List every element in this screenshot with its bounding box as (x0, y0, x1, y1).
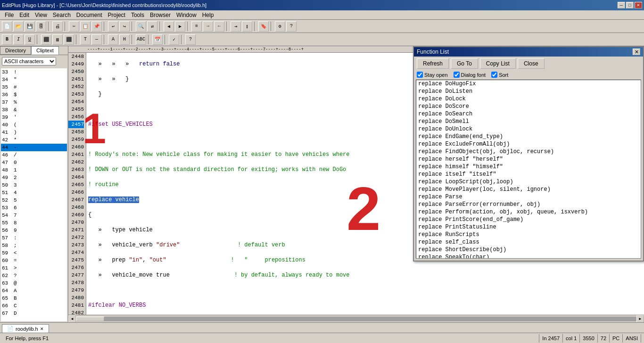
replace-button[interactable]: ⇄ (147, 21, 157, 32)
scroll-thumb[interactable] (76, 317, 104, 321)
save-all-button[interactable]: 🗄 (36, 21, 46, 32)
tb5[interactable]: A (108, 34, 118, 45)
ascii-select[interactable]: ASCII characters (2, 57, 56, 65)
toolbar-1: 📄 📂 💾 🗄 🖨 ✂ 📋 📌 ↩ ↪ 🔍 ⇄ ◀ ▶ ≡ → ← ⇥ ⫿ 🔖 … (0, 20, 644, 33)
scroll-track[interactable] (76, 317, 636, 321)
list-item[interactable]: replace FindObject(obj, objloc, recurse) (416, 148, 641, 155)
sort-checkbox[interactable] (491, 72, 497, 78)
help-tb-button[interactable]: ? (286, 21, 297, 32)
menu-window[interactable]: Window (173, 11, 199, 19)
indent-button[interactable]: → (203, 21, 213, 32)
stay-open-option[interactable]: Stay open (417, 72, 448, 78)
align-left-button[interactable]: ⬛ (41, 34, 51, 45)
menu-browser[interactable]: Browser (147, 11, 173, 19)
menu-view[interactable]: View (32, 11, 50, 19)
menu-file[interactable]: File (2, 11, 17, 19)
find-button[interactable]: 🔍 (136, 21, 146, 32)
copy-list-button[interactable]: Copy List (480, 58, 516, 69)
cut-button[interactable]: ✂ (69, 21, 79, 32)
copy-button[interactable]: 📋 (80, 21, 91, 32)
function-items-list[interactable]: replace DoHugoFix replace DoListen repla… (416, 80, 641, 259)
maximize-button[interactable]: □ (626, 2, 634, 8)
menu-help[interactable]: Help (199, 11, 217, 19)
status-pc: PC (610, 334, 623, 343)
new-button[interactable]: 📄 (2, 21, 12, 32)
list-item[interactable]: replace ParseError(errornumber, obj) (416, 201, 641, 208)
open-button[interactable]: 📂 (13, 21, 24, 32)
sort-option[interactable]: Sort (491, 72, 508, 78)
menu-tools[interactable]: Tools (128, 11, 147, 19)
underline-button[interactable]: U (25, 34, 35, 45)
menu-document[interactable]: Document (74, 11, 105, 19)
dialog-font-checkbox[interactable] (454, 72, 460, 78)
menu-project[interactable]: Project (105, 11, 128, 19)
list-item[interactable]: replace DoUnlock (416, 125, 641, 133)
line-info: In 2457 (542, 335, 560, 341)
list-item[interactable]: replace Parse (416, 193, 641, 201)
tab-cliptext[interactable]: Cliptext (31, 46, 59, 55)
dialog-font-option[interactable]: Dialog font (454, 72, 486, 78)
list-item[interactable]: replace LoopScript(obj,loop) (416, 178, 641, 186)
html-check-button[interactable]: ✓ (169, 34, 179, 45)
italic-button[interactable]: I (13, 34, 24, 45)
help2-button[interactable]: ? (185, 34, 196, 45)
bold-button[interactable]: B (2, 34, 12, 45)
prefs-button[interactable]: ⚙ (275, 21, 285, 32)
menu-edit[interactable]: Edit (17, 11, 32, 19)
line-num: 2481 (68, 302, 84, 309)
tb6[interactable]: H (119, 34, 130, 45)
list-item[interactable]: replace SpeakTo(char) (416, 253, 641, 259)
date-button[interactable]: 📅 (152, 34, 163, 45)
list-item[interactable]: replace self_class (416, 238, 641, 246)
list-item[interactable]: replace DoHugoFix (416, 80, 641, 88)
stay-open-checkbox[interactable] (417, 72, 423, 78)
close-dialog-button[interactable]: Close (518, 58, 545, 69)
spell-button[interactable]: ABC (136, 34, 146, 45)
refresh-button[interactable]: Refresh (417, 58, 449, 69)
list-item[interactable]: replace MovePlayer(loc, silent, ignore) (416, 186, 641, 193)
code-editor[interactable]: 1 2 ----+----1----+----2----+----3----+-… (68, 46, 644, 322)
align-right-button[interactable]: ⬛ (64, 34, 74, 45)
print-button[interactable]: 🖨 (52, 21, 63, 32)
list-item[interactable]: replace EndGame(end_type) (416, 133, 641, 140)
goto-button[interactable]: Go To (451, 58, 478, 69)
list-item[interactable]: replace PrintScore(end_of_game) (416, 216, 641, 223)
clip-button[interactable]: 🔖 (258, 21, 269, 32)
tb3[interactable]: T (80, 34, 91, 45)
list-item[interactable]: replace itself "itself" (416, 171, 641, 178)
list-item[interactable]: replace RunScripts (416, 231, 641, 238)
paste-button[interactable]: 📌 (91, 21, 102, 32)
list-button[interactable]: ≡ (191, 21, 202, 32)
list-item[interactable]: replace DoScore (416, 103, 641, 110)
browser-next-button[interactable]: ▶ (175, 21, 185, 32)
list-item[interactable]: replace ShortDescribe(obj) (416, 246, 641, 253)
list-item[interactable]: replace PrintStatusline (416, 223, 641, 231)
menu-search[interactable]: Search (50, 11, 74, 19)
list-item[interactable]: replace himself "himself" (416, 163, 641, 171)
tb4[interactable]: — (91, 34, 102, 45)
list-item[interactable]: replace Perform(action, obj, xobj, queue… (416, 208, 641, 216)
scroll-left-button[interactable]: ◀ (68, 315, 76, 323)
tab-close-button[interactable]: ✕ (40, 327, 44, 331)
dialog-close-button[interactable]: ✕ (633, 49, 640, 55)
list-item: 40( (1, 121, 67, 129)
tab-directory[interactable]: Directory (0, 46, 31, 55)
wordwrap-button[interactable]: ⇥ (231, 21, 241, 32)
column-button[interactable]: ⫿ (242, 21, 252, 32)
save-button[interactable]: 💾 (25, 21, 35, 32)
list-item[interactable]: replace DoListen (416, 88, 641, 95)
undo-button[interactable]: ↩ (108, 21, 118, 32)
center-button[interactable]: ▥ (52, 34, 63, 45)
list-item[interactable]: replace ExcludeFromAll(obj) (416, 140, 641, 148)
minimize-button[interactable]: ─ (618, 2, 625, 8)
redo-button[interactable]: ↪ (119, 21, 130, 32)
scroll-right-button[interactable]: ▶ (636, 315, 644, 323)
browser-prev-button[interactable]: ◀ (164, 21, 174, 32)
outdent-button[interactable]: ← (214, 21, 224, 32)
list-item[interactable]: replace DoSmell (416, 118, 641, 125)
file-tab-roodylib[interactable]: 📄 roodylib.h ✕ (2, 324, 49, 333)
close-button[interactable]: ✕ (635, 2, 642, 8)
list-item[interactable]: replace herself "herself" (416, 155, 641, 163)
list-item[interactable]: replace DoSearch (416, 110, 641, 118)
list-item[interactable]: replace DoLock (416, 95, 641, 103)
